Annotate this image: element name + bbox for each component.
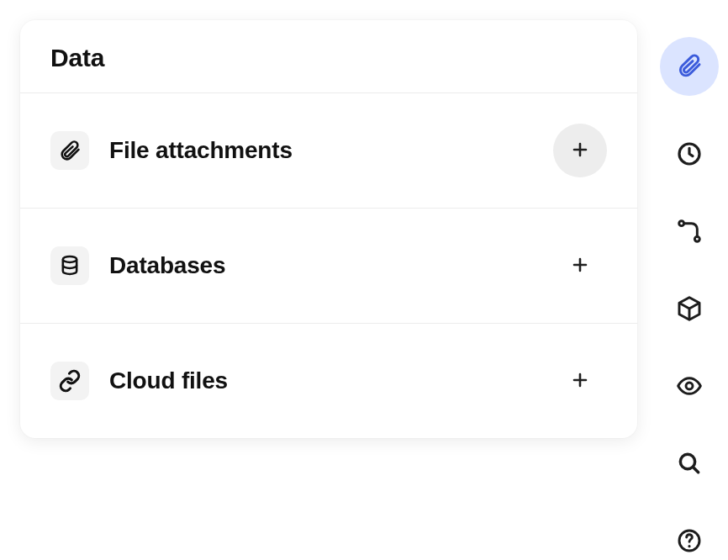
link-icon: [50, 362, 89, 400]
plus-icon: [570, 370, 590, 393]
data-panel: Data File attachments Databases Cloud fi…: [20, 20, 637, 438]
add-databases-button[interactable]: [553, 239, 607, 293]
plus-icon: [570, 140, 590, 162]
route-icon: [676, 218, 703, 247]
add-cloud-files-button[interactable]: [553, 354, 607, 408]
help-icon: [676, 527, 703, 557]
row-file-attachments[interactable]: File attachments: [20, 93, 637, 209]
sidebar-item-search[interactable]: [671, 446, 708, 483]
sidebar-item-data[interactable]: [660, 37, 719, 96]
row-cloud-files[interactable]: Cloud files: [20, 324, 637, 438]
add-file-attachments-button[interactable]: [553, 124, 607, 177]
eye-icon: [676, 372, 703, 402]
panel-header: Data: [20, 20, 637, 93]
row-label: File attachments: [109, 137, 533, 164]
package-icon: [676, 295, 703, 325]
paperclip-icon: [676, 52, 703, 82]
clock-icon: [676, 140, 703, 170]
plus-icon: [570, 255, 590, 277]
row-label: Databases: [109, 252, 533, 279]
row-label: Cloud files: [109, 367, 533, 394]
database-icon: [50, 246, 89, 285]
paperclip-icon: [50, 131, 89, 170]
search-icon: [676, 450, 703, 479]
sidebar-item-preview[interactable]: [671, 368, 708, 405]
sidebar-item-route[interactable]: [671, 214, 708, 251]
sidebar-item-help[interactable]: [671, 523, 708, 560]
sidebar-item-history[interactable]: [671, 136, 708, 173]
panel-title: Data: [50, 44, 607, 72]
right-sidebar: [651, 0, 728, 560]
sidebar-item-packages[interactable]: [671, 291, 708, 328]
row-databases[interactable]: Databases: [20, 209, 637, 324]
